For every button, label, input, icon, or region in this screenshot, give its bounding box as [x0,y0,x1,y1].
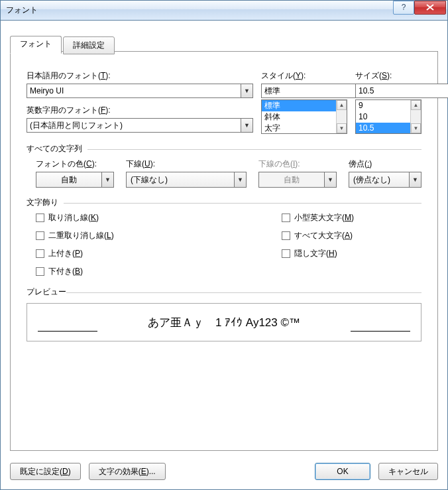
latinfont-dropdown-button[interactable]: ▼ [241,118,253,133]
cancel-button[interactable]: キャンセル [378,463,438,480]
window-title: フォント [6,5,38,16]
checkbox-box [36,249,44,258]
fontcolor-select[interactable]: 自動 ▼ [36,172,114,188]
underlinecolor-select: 自動 ▼ [258,172,337,188]
emphasis-label: 傍点(:) [349,158,421,170]
emphasis-value: (傍点なし) [349,172,410,188]
client-area: フォント 詳細設定 日本語用のフォント(T): ▼ 英数字用のフォント(F): … [1,21,447,489]
underline-select[interactable]: (下線なし) ▼ [126,172,247,188]
help-button[interactable]: ? [393,1,414,15]
font-dialog: フォント ? フォント 詳細設定 日本語用のフォント(T): ▼ 英数字用のフォ… [0,0,448,490]
ok-button[interactable]: OK [315,463,370,480]
jpfont-dropdown-button[interactable]: ▼ [241,84,253,98]
text-effects-button[interactable]: 文字の効果(E)... [89,463,166,480]
latinfont-label: 英数字用のフォント(F): [27,105,253,116]
style-option-0[interactable]: 標準 [262,100,347,111]
titlebar: フォント ? [1,1,447,21]
emphasis-dropdown-button[interactable]: ▼ [410,172,421,188]
close-button[interactable] [414,1,446,15]
emphasis-select[interactable]: (傍点なし) ▼ [349,172,421,188]
style-listbox[interactable]: 標準 斜体 太字 ▲▼ [261,99,347,134]
sub-checkbox[interactable]: 下付き(B) [36,266,176,277]
preview-group-title: プレビュー [27,286,421,298]
allchars-group-title: すべての文字列 [27,143,421,154]
checkbox-box [282,249,290,258]
checkbox-box [282,231,290,240]
style-option-1[interactable]: 斜体 [262,111,347,123]
size-input[interactable] [355,84,448,98]
hidden-checkbox[interactable]: 隠し文字(H) [282,248,421,259]
latinfont-value: (日本語用と同じフォント) [27,118,241,133]
set-default-button[interactable]: 既定に設定(D) [10,463,81,480]
latinfont-combo[interactable]: (日本語用と同じフォント) ▼ [27,118,253,133]
style-scrollbar[interactable]: ▲▼ [336,100,347,133]
smallcaps-checkbox[interactable]: 小型英大文字(M) [282,212,421,223]
underline-label: 下線(U): [126,158,247,170]
style-input-wrap[interactable] [261,84,347,98]
underline-dropdown-button[interactable]: ▼ [235,172,247,188]
checkbox-box [36,214,44,222]
tab-advanced[interactable]: 詳細設定 [63,36,115,54]
checkbox-box [36,267,44,276]
underlinecolor-value: 自動 [258,172,325,188]
style-label: スタイル(Y): [261,70,347,82]
preview-box: あア亜Ａｙ 1 ｱｲｳ Ay123 ©™ [27,303,421,341]
underlinecolor-dropdown-button: ▼ [325,172,337,188]
decor-group-title: 文字飾り [27,197,421,208]
tabstrip: フォント 詳細設定 [10,35,115,53]
underlinecolor-label: 下線の色(I): [258,158,337,170]
jpfont-label: 日本語用のフォント(T): [27,70,253,82]
tab-panel: 日本語用のフォント(T): ▼ 英数字用のフォント(F): (日本語用と同じフォ… [10,51,438,451]
strike-checkbox[interactable]: 取り消し線(K) [36,212,176,223]
dstrike-checkbox[interactable]: 二重取り消し線(L) [36,230,176,241]
super-checkbox[interactable]: 上付き(P) [36,248,176,259]
jpfont-combo[interactable]: ▼ [27,84,253,98]
fontcolor-dropdown-button[interactable]: ▼ [102,172,114,188]
size-input-wrap[interactable] [355,84,421,98]
tab-font[interactable]: フォント [10,36,62,54]
style-option-2[interactable]: 太字 [262,123,347,134]
fontcolor-label: フォントの色(C): [36,158,114,170]
jpfont-input[interactable] [27,84,241,98]
footer: 既定に設定(D) 文字の効果(E)... OK キャンセル [10,463,438,480]
allcaps-checkbox[interactable]: すべて大文字(A) [282,230,421,241]
size-listbox[interactable]: 9 10 10.5 ▲▼ [355,99,421,134]
checkbox-box [36,231,44,240]
underline-value: (下線なし) [126,172,235,188]
style-input[interactable] [261,84,367,98]
checkbox-box [282,214,290,222]
preview-underline-left [38,331,97,332]
fontcolor-value: 自動 [36,172,102,188]
size-scrollbar[interactable]: ▲▼ [410,100,421,133]
preview-underline-right [351,331,410,332]
size-label: サイズ(S): [355,70,421,82]
preview-sample: あア亜Ａｙ 1 ｱｲｳ Ay123 ©™ [148,315,300,330]
